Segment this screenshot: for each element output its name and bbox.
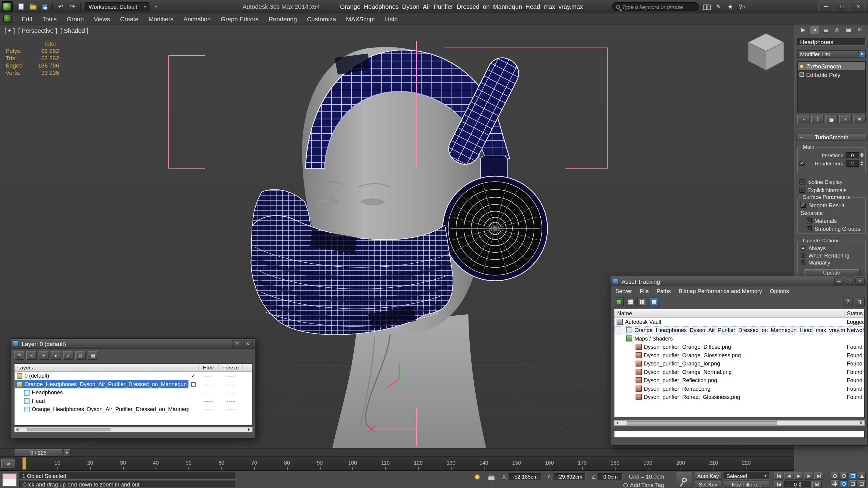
pin-stack-button[interactable]: ▪	[797, 115, 810, 123]
asset-close-button[interactable]: ×	[855, 278, 865, 285]
iterations-spinner[interactable]	[860, 153, 864, 158]
asset-maximize-button[interactable]: □	[844, 278, 854, 285]
scroll-left-icon[interactable]	[616, 421, 618, 424]
toolbar-options-button[interactable]: ▾	[151, 2, 161, 11]
selection-filter-dropdown[interactable]: Selected ▾	[724, 473, 769, 480]
menu-animation[interactable]: Animation	[178, 13, 216, 24]
configure-modifier-sets-button[interactable]: ≡	[853, 115, 866, 123]
y-coordinate-field[interactable]: -29.692cm	[554, 473, 586, 480]
asset-menu-options[interactable]: Options	[766, 288, 793, 294]
asset-help-button[interactable]: ?	[843, 298, 853, 306]
layer-help-button[interactable]: ?	[232, 340, 242, 347]
minimize-button[interactable]: ─	[818, 1, 833, 11]
table-view-button[interactable]	[649, 298, 659, 306]
set-key-button[interactable]: Set Key	[694, 481, 721, 488]
viewport-pov-menu[interactable]: [ Perspective ]	[18, 27, 57, 34]
orbit-button[interactable]	[840, 480, 848, 488]
tab-utilities-icon[interactable]: ≋	[855, 26, 864, 34]
name-column-header[interactable]: Name	[614, 309, 845, 317]
adaptive-degradation-bulb-icon[interactable]	[474, 474, 480, 480]
previous-frame-button[interactable]: ◀	[784, 473, 793, 480]
asset-horizontal-scrollbar[interactable]	[614, 420, 865, 426]
delete-layer-icon[interactable]: ×	[26, 351, 37, 360]
go-to-end-button-2[interactable]: ▶|	[812, 481, 822, 488]
status-column-header[interactable]: Status	[845, 309, 864, 317]
stack-item-turbosmooth[interactable]: TurboSmooth	[798, 62, 865, 70]
remove-modifier-button[interactable]: ×	[839, 115, 852, 123]
freeze-column-header[interactable]: Freeze	[218, 364, 243, 371]
create-new-layer-icon[interactable]: ≣	[14, 351, 25, 360]
set-current-layer-icon[interactable]: ✓	[63, 351, 74, 360]
menu-group[interactable]: Group	[62, 13, 89, 24]
scroll-right-icon[interactable]	[248, 428, 250, 431]
layer-properties-icon[interactable]: ▦	[88, 351, 98, 360]
layer-row[interactable]: Head--------	[14, 397, 252, 405]
tab-modify-icon[interactable]: ◑	[810, 26, 819, 34]
asset-menu-server[interactable]: Server	[612, 288, 636, 294]
add-selection-to-layer-icon[interactable]: +	[38, 351, 49, 360]
time-slider-track[interactable]: 0 / 225 ▸	[0, 448, 794, 457]
go-to-start-button[interactable]: |◀	[774, 473, 783, 480]
infocenter-search-box[interactable]	[612, 2, 699, 11]
zoom-extents-button[interactable]	[848, 473, 857, 480]
infocenter-search-button[interactable]	[702, 2, 712, 11]
render-iters-checkbox[interactable]: ✓	[800, 161, 804, 166]
z-coordinate-field[interactable]: 0.0cm	[598, 473, 623, 480]
asset-menu-file[interactable]: File	[636, 288, 653, 294]
zoom-region-button[interactable]	[857, 480, 866, 488]
favorites-button[interactable]: ★	[725, 2, 735, 11]
modifier-stack[interactable]: TurboSmooth Editable Poly	[797, 61, 866, 113]
zoom-all-button[interactable]	[840, 473, 848, 480]
time-slider-handle[interactable]: 0 / 225	[14, 449, 63, 456]
refresh-icon[interactable]: ↺	[75, 351, 86, 360]
scroll-left-icon[interactable]	[16, 428, 18, 431]
search-input[interactable]	[622, 4, 694, 10]
asset-row[interactable]: Dyson_purifier_Refract.pngFound	[614, 384, 864, 393]
tab-hierarchy-icon[interactable]: ▤	[822, 26, 830, 34]
list-view-button[interactable]	[625, 298, 636, 306]
render-iters-field[interactable]: 2	[846, 161, 859, 167]
asset-row[interactable]: Orange_Headphones_Dyson_Air_Purifier_Dre…	[614, 326, 864, 334]
explicit-normals-checkbox[interactable]	[800, 188, 804, 192]
maximize-viewport-toggle[interactable]	[848, 480, 857, 488]
always-radio[interactable]	[801, 246, 805, 251]
undo-button[interactable]: ↶	[56, 2, 66, 11]
new-scene-button[interactable]	[16, 2, 26, 11]
menu-help[interactable]: Help	[380, 13, 403, 24]
tab-create-icon[interactable]: ▶	[799, 26, 808, 34]
layers-column-header[interactable]: Layers	[14, 364, 199, 371]
when-rendering-radio[interactable]	[801, 253, 805, 258]
asset-row[interactable]: Autodesk VaultLogged	[614, 318, 864, 326]
scrollbar-thumb[interactable]	[27, 428, 111, 431]
asset-row[interactable]: Dyson_purifier_Orange_Glossiness.pngFoun…	[614, 351, 864, 359]
next-frame-button[interactable]: ▶	[804, 473, 813, 480]
turbosmooth-rollout-header[interactable]: − TurboSmooth	[796, 134, 867, 141]
menu-create[interactable]: Create	[115, 13, 144, 24]
smooth-result-checkbox[interactable]: ✓	[801, 202, 805, 207]
materials-checkbox[interactable]	[807, 218, 812, 223]
tab-display-icon[interactable]: ▣	[844, 26, 853, 34]
isoline-display-checkbox[interactable]	[800, 179, 804, 184]
asset-row[interactable]: Dyson_purifier_Orange_Diffuse.pngFound	[614, 343, 864, 351]
maximize-button[interactable]: □	[835, 1, 849, 11]
smoothing-groups-checkbox[interactable]	[807, 226, 812, 231]
add-time-tag[interactable]: Add Time Tag	[623, 482, 664, 488]
scrollbar-thumb[interactable]	[627, 421, 777, 424]
viewport-shading-menu[interactable]: [ Shaded ]	[61, 27, 89, 34]
asset-row[interactable]: Dyson_purifier_Reflection.pngFound	[614, 376, 864, 384]
redo-button[interactable]: ↷	[67, 2, 78, 11]
iterations-field[interactable]: 0	[846, 152, 859, 158]
layer-row[interactable]: Orange_Headphones_Dyson_Air_Purifier_Dre…	[14, 380, 252, 388]
select-objects-in-layer-icon[interactable]: ▸	[51, 351, 61, 360]
asset-row[interactable]: Maps / Shaders	[614, 334, 864, 343]
3ds-max-menu-icon[interactable]	[3, 14, 11, 23]
time-slider-next-button[interactable]: ▸	[64, 449, 71, 456]
x-coordinate-field[interactable]: -52.185cm	[509, 473, 541, 480]
asset-menu-bitmap-performance-and-memory[interactable]: Bitmap Performance and Memory	[675, 288, 766, 294]
asset-row[interactable]: Dyson_purifier_Orange_Normal.pngFound	[614, 367, 864, 376]
object-name-field[interactable]: Headphones	[797, 38, 866, 46]
open-file-button[interactable]	[28, 2, 38, 11]
play-button[interactable]: ▶	[794, 473, 803, 480]
layer-close-button[interactable]: ×	[243, 340, 252, 347]
modifier-on-off-bulb-icon[interactable]	[800, 64, 804, 68]
